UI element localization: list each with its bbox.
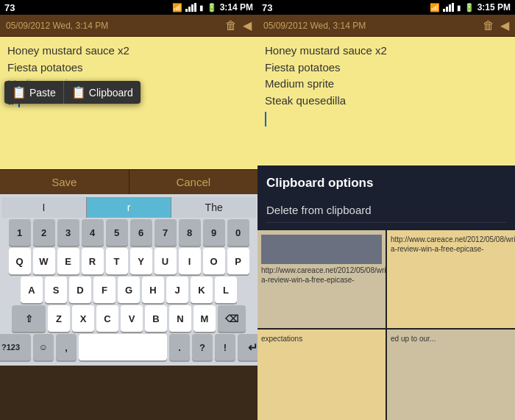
- wifi-icon: 📶: [172, 3, 182, 13]
- right-note-header: 05/09/2012 Wed, 3:14 PM 🗑 ◀: [258, 15, 515, 37]
- left-note-area[interactable]: Honey mustard sauce x2 Fiesta potatoes M…: [0, 37, 258, 169]
- key-emoji[interactable]: ☺: [33, 334, 54, 360]
- key-6[interactable]: 6: [130, 219, 152, 246]
- key-F[interactable]: F: [93, 277, 116, 303]
- right-text-cursor: [265, 112, 508, 127]
- key-M[interactable]: M: [193, 305, 216, 332]
- clip-item-2[interactable]: expectations: [258, 330, 386, 420]
- right-back-icon[interactable]: ◀: [500, 18, 509, 32]
- suggestion-I[interactable]: I: [1, 197, 87, 218]
- suggestion-The[interactable]: The: [171, 197, 256, 218]
- right-note-line4: Steak quesedilla: [265, 93, 508, 110]
- key-E[interactable]: E: [57, 248, 79, 274]
- clip-item-text-1: http://www.careace.net/2012/05/08/write-…: [391, 235, 511, 254]
- left-status-bar: 73 📶 ▮ 🔋 3:14 PM: [0, 0, 258, 15]
- key-1[interactable]: 1: [9, 219, 31, 246]
- paste-button[interactable]: 📋 Paste: [4, 81, 64, 104]
- clipboard-overlay: Clipboard options Delete from clipboard: [258, 165, 515, 230]
- key-0[interactable]: 0: [227, 219, 249, 246]
- key-H[interactable]: H: [142, 277, 164, 303]
- key-A[interactable]: A: [21, 277, 43, 303]
- right-status-bar: 73 📶 ▮ 🔋 3:15 PM: [258, 0, 515, 15]
- clip-item-0[interactable]: http://www.careace.net/2012/05/08/write-…: [258, 230, 386, 328]
- key-N[interactable]: N: [169, 305, 191, 332]
- key-9[interactable]: 9: [203, 219, 225, 246]
- clip-item-3[interactable]: ed up to our...: [387, 330, 515, 420]
- key-Z[interactable]: Z: [48, 305, 70, 332]
- key-K[interactable]: K: [191, 277, 213, 303]
- back-icon[interactable]: ◀: [243, 18, 252, 32]
- key-C[interactable]: C: [96, 305, 118, 332]
- key-O[interactable]: O: [203, 248, 225, 274]
- key-7[interactable]: 7: [154, 219, 177, 246]
- key-2[interactable]: 2: [33, 219, 55, 246]
- suggestions-row: I r The: [1, 197, 256, 218]
- key-R[interactable]: R: [82, 248, 104, 274]
- key-4[interactable]: 4: [82, 219, 104, 246]
- left-time: 3:14 PM: [220, 2, 253, 13]
- delete-icon[interactable]: 🗑: [225, 19, 237, 32]
- right-delete-icon[interactable]: 🗑: [483, 19, 494, 32]
- key-J[interactable]: J: [166, 277, 188, 303]
- key-backspace[interactable]: ⌫: [218, 305, 246, 332]
- suggestion-r[interactable]: r: [87, 197, 172, 218]
- key-question[interactable]: ?: [192, 334, 213, 360]
- right-time: 3:15 PM: [477, 2, 511, 13]
- kb-zxcv-row: ⇧ Z X C V B N M ⌫: [1, 305, 256, 332]
- kb-asdf-row: A S D F G H J K L: [1, 277, 256, 303]
- kb-qwerty-row: Q W E R T Y U I O P: [1, 248, 256, 274]
- clipboard-label: Clipboard: [89, 87, 133, 99]
- paste-icon: 📋: [12, 85, 26, 99]
- paste-label: Paste: [29, 87, 56, 99]
- key-Q[interactable]: Q: [9, 248, 31, 274]
- paste-popup[interactable]: 📋 Paste 📋 Clipboard: [4, 81, 141, 104]
- key-I[interactable]: I: [179, 248, 201, 274]
- key-G[interactable]: G: [118, 277, 140, 303]
- key-T[interactable]: T: [106, 248, 128, 274]
- key-3[interactable]: 3: [57, 219, 79, 246]
- kb-number-row: 1 2 3 4 5 6 7 8 9 0: [1, 219, 256, 246]
- right-header-icons: 🗑 ◀: [483, 18, 509, 32]
- clipboard-delete-option[interactable]: Delete from clipboard: [266, 198, 506, 223]
- clip-item-1[interactable]: http://www.careace.net/2012/05/08/write-…: [387, 230, 515, 328]
- left-panel: 73 📶 ▮ 🔋 3:14 PM 05/09/2012 Wed, 3:14 PM…: [0, 0, 258, 420]
- key-shift[interactable]: ⇧: [12, 305, 46, 332]
- key-period[interactable]: .: [169, 334, 190, 360]
- key-P[interactable]: P: [227, 248, 249, 274]
- save-button[interactable]: Save: [0, 170, 129, 194]
- key-V[interactable]: V: [121, 305, 143, 332]
- key-B[interactable]: B: [145, 305, 167, 332]
- key-comma[interactable]: ,: [56, 334, 77, 360]
- key-W[interactable]: W: [33, 248, 55, 274]
- key-8[interactable]: 8: [179, 219, 201, 246]
- key-Y[interactable]: Y: [130, 248, 152, 274]
- key-5[interactable]: 5: [106, 219, 128, 246]
- cancel-button[interactable]: Cancel: [129, 170, 258, 194]
- key-123[interactable]: ?123: [0, 334, 31, 360]
- right-signal-bars-icon: [443, 3, 454, 12]
- clipboard-popup-button[interactable]: 📋 Clipboard: [64, 81, 141, 104]
- clipboard-icon: 📋: [71, 85, 86, 99]
- clip-item-text-0: [261, 235, 382, 264]
- left-header-icons: 🗑 ◀: [225, 18, 252, 32]
- right-note-line1: Honey mustard sauce x2: [265, 43, 508, 60]
- right-note-area[interactable]: Honey mustard sauce x2 Fiesta potatoes M…: [258, 37, 515, 165]
- key-D[interactable]: D: [69, 277, 91, 303]
- right-note-line2: Fiesta potatoes: [265, 60, 508, 76]
- keyboard: I r The 1 2 3 4 5 6 7 8 9 0 Q W E R T Y …: [0, 194, 258, 366]
- key-U[interactable]: U: [154, 248, 177, 274]
- key-exclaim[interactable]: !: [215, 334, 235, 360]
- left-status-right: 📶 ▮ 🔋 3:14 PM: [172, 2, 253, 13]
- key-S[interactable]: S: [45, 277, 67, 303]
- note-content-line2: Fiesta potatoes: [7, 60, 250, 76]
- left-note-header: 05/09/2012 Wed, 3:14 PM 🗑 ◀: [0, 15, 258, 37]
- key-space[interactable]: [79, 334, 167, 360]
- network-icon: ▮: [199, 4, 204, 12]
- battery-icon: 🔋: [207, 3, 217, 13]
- key-L[interactable]: L: [215, 277, 237, 303]
- clip-item-url-0: http://www.careace.net/2012/05/08/write-…: [261, 266, 382, 285]
- right-signal-label: 73: [262, 2, 272, 13]
- key-X[interactable]: X: [72, 305, 94, 332]
- right-note-date: 05/09/2012 Wed, 3:14 PM: [263, 21, 366, 31]
- clip-item-text-3: ed up to our...: [391, 334, 511, 344]
